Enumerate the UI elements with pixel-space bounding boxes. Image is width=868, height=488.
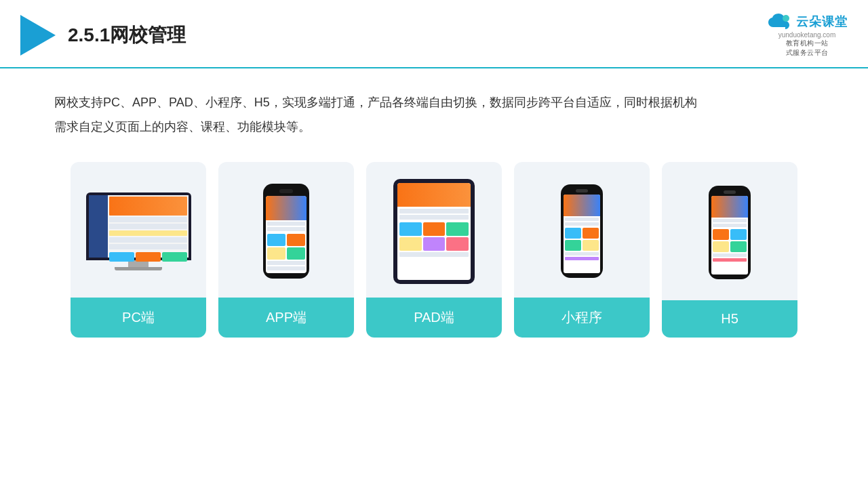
pc-rows — [109, 217, 187, 249]
card-pad: PAD端 — [366, 162, 502, 338]
pad-grid — [399, 222, 469, 251]
pad-mockup — [393, 179, 475, 284]
mini-phone — [561, 184, 603, 278]
pad-content — [397, 207, 471, 259]
h5-image-area — [662, 162, 797, 300]
card-h5: H5 — [662, 162, 797, 338]
page-title: 2.5.1网校管理 — [68, 22, 186, 48]
brand-url: yunduoketang.com — [778, 31, 836, 39]
brand-logo: 云朵课堂 yunduoketang.com 教育机构一站式服务云平台 — [766, 12, 848, 58]
play-icon — [20, 15, 56, 56]
description-text: 网校支持PC、APP、PAD、小程序、H5，实现多端打通，产品各终端自由切换，数… — [54, 90, 814, 139]
brand-slogan: 教育机构一站式服务云平台 — [786, 39, 829, 58]
pc-row — [109, 237, 187, 243]
description: 网校支持PC、APP、PAD、小程序、H5，实现多端打通，产品各终端自由切换，数… — [0, 68, 868, 146]
app-image-area — [218, 162, 354, 298]
pad-cell — [399, 222, 422, 236]
h5-phone — [709, 186, 751, 279]
pc-row — [109, 224, 187, 229]
pc-row — [109, 217, 187, 222]
pc-banner — [109, 197, 187, 216]
svg-point-0 — [783, 15, 789, 22]
pad-cell — [446, 222, 469, 236]
phone-banner — [266, 196, 307, 220]
card-mini: 小程序 — [514, 162, 650, 338]
pad-cell — [423, 222, 446, 236]
pad-row — [399, 252, 469, 257]
brand-name: 云朵课堂 — [796, 14, 848, 30]
pad-row — [399, 209, 469, 214]
pc-sidebar — [89, 195, 108, 258]
label-pc: PC端 — [71, 298, 206, 338]
pad-cell — [446, 237, 469, 251]
pc-row — [109, 230, 187, 236]
header: 2.5.1网校管理 云朵课堂 yunduoketang.com 教育机构一站式服… — [0, 0, 868, 68]
phone-row — [267, 261, 305, 265]
cloud-icon — [766, 12, 792, 31]
label-pad: PAD端 — [366, 298, 502, 338]
card-pc: PC端 — [71, 162, 206, 338]
pc-screen-outer — [86, 192, 191, 260]
phone-row — [267, 266, 305, 270]
card-app: APP端 — [218, 162, 354, 338]
pad-banner — [397, 183, 471, 207]
phone-notch — [279, 189, 293, 193]
label-mini: 小程序 — [514, 298, 650, 338]
header-left: 2.5.1网校管理 — [20, 15, 186, 56]
pad-screen — [397, 183, 471, 280]
phone-content — [266, 220, 307, 272]
pad-cell — [423, 237, 446, 251]
mini-phone-screen — [564, 195, 600, 273]
phone-row — [267, 222, 305, 226]
pad-row — [399, 215, 469, 220]
phone-screen-app — [266, 196, 307, 273]
phone-row — [267, 227, 305, 231]
pc-image-area — [71, 162, 206, 298]
pc-base — [115, 267, 162, 270]
brand-cloud: 云朵课堂 — [766, 12, 848, 31]
phone-mockup-app — [263, 184, 309, 279]
pc-row — [109, 244, 187, 249]
pc-main — [108, 195, 189, 258]
pc-mockup — [86, 192, 191, 270]
label-app: APP端 — [218, 298, 354, 338]
pad-image-area — [366, 162, 502, 298]
mini-phone-notch — [576, 189, 588, 192]
pc-screen-content — [89, 195, 189, 258]
cards-section: PC端 — [0, 146, 868, 338]
mini-image-area — [514, 162, 650, 298]
label-h5: H5 — [662, 300, 797, 338]
h5-phone-screen — [711, 196, 748, 274]
h5-phone-notch — [724, 190, 736, 194]
pad-cell — [399, 237, 422, 251]
header-right: 云朵课堂 yunduoketang.com 教育机构一站式服务云平台 — [766, 12, 848, 58]
